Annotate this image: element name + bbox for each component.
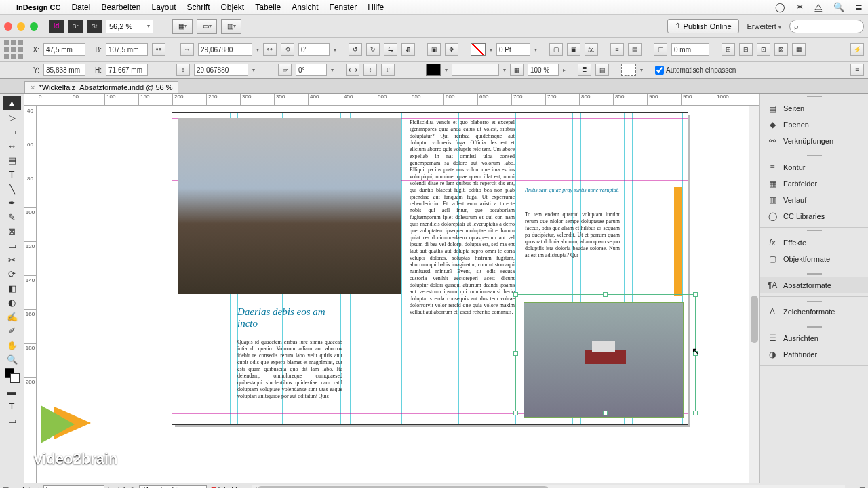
panel-object-styles[interactable]: ▢Objektformate (760, 251, 868, 267)
fit-frame-button-5[interactable]: ▦ (792, 43, 806, 56)
fit-frame-button-2[interactable]: ⊟ (739, 43, 753, 56)
menu-help[interactable]: Hilfe (368, 3, 384, 12)
screen-mode-button[interactable]: ▭▾ (197, 19, 217, 34)
select-container-button[interactable]: ▣ (427, 43, 441, 56)
corner-options-button[interactable]: ▢ (654, 43, 667, 56)
menu-layout[interactable]: Layout (151, 3, 176, 12)
stock-button[interactable]: St (87, 20, 102, 33)
format-text-button[interactable]: T (3, 399, 21, 413)
menu-extras-icon[interactable]: ≣ (855, 2, 863, 12)
select-content-button[interactable]: ✥ (445, 43, 458, 56)
panel-pages[interactable]: ▤Seiten (760, 100, 868, 117)
page-tool[interactable]: ▭ (3, 125, 21, 138)
zoom-tool[interactable]: 🔍 (3, 352, 21, 366)
content-collector-tool[interactable]: ▤ (3, 153, 21, 167)
pasteboard[interactable]: Daerias debis eos am incto Quapis id qua… (37, 106, 760, 483)
y-field[interactable]: 35,833 mm (43, 64, 85, 76)
vertical-ruler[interactable]: 406080100120140160180200 (24, 106, 37, 483)
panel-swatches[interactable]: ▦Farbfelder (760, 176, 868, 192)
preflight-profile-field[interactable]: [Grundprofil] (Arbeitsp... (139, 485, 207, 489)
fit-frame-button-4[interactable]: ⊠ (774, 43, 788, 56)
type-tool[interactable]: T (3, 167, 21, 181)
apply-color-button[interactable]: ▬ (3, 385, 21, 399)
panel-stroke[interactable]: ≡Kontur (760, 159, 868, 176)
selection-tool[interactable]: ▲ (3, 96, 21, 110)
quick-apply-button[interactable]: ⚡ (850, 43, 864, 56)
panel-effects[interactable]: fxEffekte (760, 235, 868, 251)
wrap-bounding-button[interactable]: ▤ (628, 43, 642, 56)
window-close-button[interactable] (4, 22, 12, 30)
rotate-field[interactable]: 0° (298, 43, 330, 56)
caption-text[interactable]: Anitis sam quiae pray suntis none verupt… (525, 187, 620, 214)
scale-y-field[interactable]: 29,067880 (194, 64, 248, 76)
document-tab[interactable]: × *Wickelfalz_Absatzformate.indd @ 56 % (24, 81, 178, 93)
eyedropper-tool[interactable]: ✐ (3, 324, 21, 338)
effects-button[interactable]: fx. (585, 43, 598, 56)
rotate-ccw-button[interactable]: ↺ (349, 43, 362, 56)
pencil-tool[interactable]: ✎ (3, 210, 21, 224)
gradient-swatch-tool[interactable]: ◧ (3, 281, 21, 295)
free-transform-tool[interactable]: ⟳ (3, 267, 21, 281)
cc-icon[interactable]: ◯ (775, 2, 785, 12)
menu-object[interactable]: Objekt (221, 3, 245, 12)
stroke-style-field[interactable] (452, 64, 499, 76)
panel-cc-libraries[interactable]: ◯CC Libraries (760, 208, 868, 224)
line-tool[interactable]: ╲ (3, 182, 21, 195)
fill-stroke-swatch[interactable] (3, 367, 21, 384)
zoom-level-field[interactable]: 56,2 %▾ (106, 20, 153, 33)
flip-h-button[interactable]: ⇋ (384, 43, 397, 56)
menu-window[interactable]: Fenster (330, 3, 357, 12)
spotlight-icon[interactable]: 🔍 (833, 2, 844, 12)
opacity-stepper[interactable]: ▸ (563, 67, 566, 73)
panel-character-styles[interactable]: AZeichenformate (760, 304, 868, 320)
wrap-none-button[interactable]: ≡ (610, 43, 624, 56)
arrange-documents-button[interactable]: ▥▾ (221, 19, 241, 34)
menu-table[interactable]: Tabelle (255, 3, 281, 12)
fill-swatch[interactable] (471, 43, 486, 56)
orange-shape[interactable] (674, 187, 682, 296)
stroke-swatch[interactable] (426, 64, 441, 76)
panel-pathfinder[interactable]: ◑Pathfinder (760, 346, 868, 363)
gradient-feather-tool[interactable]: ◐ (3, 296, 21, 309)
auto-fit-checkbox[interactable]: Automatisch einpassen (655, 66, 736, 75)
view-options-button[interactable]: ▦▾ (172, 19, 193, 34)
menu-type[interactable]: Schrift (187, 3, 210, 12)
wifi-icon[interactable]: ⧋ (814, 2, 823, 13)
h-field[interactable]: 71,667 mm (106, 64, 148, 76)
vertical-scrollbar[interactable] (749, 106, 760, 483)
note-tool[interactable]: ✍ (3, 310, 21, 323)
menu-file[interactable]: Datei (71, 3, 90, 12)
flip-v2-button[interactable]: ↕ (363, 64, 377, 76)
horizontal-ruler[interactable]: 0501001502002503003504004505005506006507… (24, 94, 760, 106)
rectangle-frame-tool[interactable]: ⊠ (3, 224, 21, 238)
sync-icon[interactable]: ✶ (796, 2, 804, 12)
panel-layers[interactable]: ◆Ebenen (760, 117, 868, 133)
workspace-switcher[interactable]: Erweitert ▾ (743, 22, 785, 30)
horizontal-scrollbar[interactable] (257, 485, 840, 489)
screen-mode-tool[interactable]: ▭ (3, 413, 21, 427)
w-field[interactable]: 107,5 mm (106, 43, 148, 56)
help-search-field[interactable]: ⌕ (789, 20, 864, 33)
panel-paragraph-styles[interactable]: ¶AAbsatzformate (760, 277, 868, 293)
app-name[interactable]: InDesign CC (16, 3, 60, 12)
fit-frame-button-1[interactable]: ⊞ (722, 43, 735, 56)
panel-links[interactable]: ⚯Verknüpfungen (760, 133, 868, 149)
constrain-scale-icon[interactable]: ⚯ (263, 43, 277, 56)
headline-text[interactable]: Daerias debis eos am incto (237, 306, 342, 330)
fit-content-prop-button[interactable]: ▣ (567, 43, 580, 56)
opacity-field[interactable]: 100 % (528, 64, 559, 76)
corner-shape-swatch[interactable] (621, 64, 636, 76)
scissors-tool[interactable]: ✂ (3, 253, 21, 266)
wrap-jump-button[interactable]: ≣ (578, 64, 591, 76)
wrap-around-button[interactable]: ▤ (595, 64, 609, 76)
bridge-button[interactable]: Br (68, 20, 83, 33)
pen-tool[interactable]: ✒ (3, 196, 21, 209)
body-text-col2[interactable]: Ficiiscidita vencis et quo blaborro et e… (410, 119, 515, 362)
close-tab-icon[interactable]: × (31, 83, 35, 92)
page-number-field[interactable]: 5 (43, 485, 104, 489)
stroke-weight-field[interactable]: 0 Pt (496, 43, 530, 56)
panel-gradient[interactable]: ▥Verlauf (760, 192, 868, 208)
panel-align[interactable]: ☰Ausrichten (760, 330, 868, 346)
image-frame-cliff[interactable] (178, 118, 401, 294)
corner-size-field[interactable]: 0 mm (671, 43, 709, 56)
